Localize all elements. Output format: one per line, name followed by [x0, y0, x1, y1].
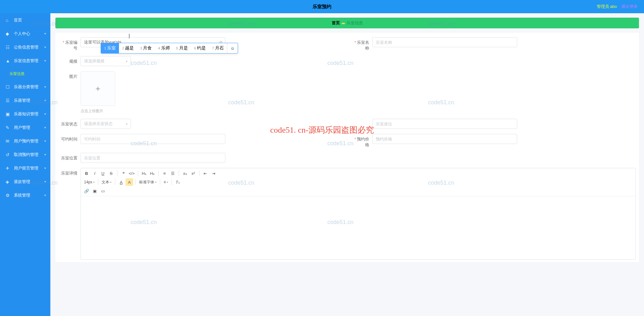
text-caret	[129, 34, 129, 38]
menu-icon: ↺	[6, 152, 11, 157]
underline-icon[interactable]: U	[99, 169, 107, 177]
separator	[98, 179, 98, 185]
align-dropdown[interactable]: ≡▾	[162, 180, 169, 184]
subscript-icon[interactable]: x₂	[181, 169, 189, 177]
menu-label: 乐器管理	[14, 98, 30, 103]
menu-icon: ☐	[6, 84, 11, 89]
ime-candidate[interactable]: 7月石	[209, 43, 227, 53]
main-content: 首页 ▸▸▸ 乐室信息 乐室编号 ⊗ 乐室名称	[50, 13, 644, 316]
sidebar-item[interactable]: ✎用户管理▾	[0, 121, 50, 134]
italic-icon[interactable]: I	[91, 169, 99, 177]
chevron-down-icon: ▾	[44, 180, 46, 183]
seats-input[interactable]	[372, 119, 517, 129]
bg-color-icon[interactable]: A	[126, 178, 133, 186]
cand-text: 月食	[143, 45, 152, 51]
sidebar-subitem[interactable]: 乐室信息	[0, 67, 50, 80]
cand-number: 3	[140, 46, 142, 50]
location-input[interactable]	[81, 153, 225, 163]
sidebar-item[interactable]: ⚙系统管理▾	[0, 188, 50, 202]
cand-number: 6	[194, 46, 196, 50]
time-input[interactable]	[81, 134, 225, 144]
font-size-dropdown[interactable]: 14px▾	[83, 180, 96, 184]
chevron-down-icon: ▾	[126, 122, 127, 126]
price-input[interactable]	[372, 134, 517, 144]
admin-label[interactable]: 管理员 abo	[597, 4, 617, 9]
chevron-down-icon: ▾	[126, 60, 127, 63]
unordered-list-icon[interactable]: ☰	[169, 169, 177, 177]
chevron-down-icon: ▾	[44, 45, 46, 49]
breadcrumb-home[interactable]: 首页	[332, 20, 340, 26]
ime-candidate[interactable]: 1乐室	[101, 43, 119, 53]
sidebar-item[interactable]: ◈退款管理▾	[0, 175, 50, 188]
room-name-label: 乐室名称	[350, 37, 372, 51]
menu-label: 个人中心	[14, 31, 30, 37]
room-name-input[interactable]	[372, 37, 517, 47]
superscript-icon[interactable]: x²	[189, 169, 197, 177]
upload-hint: 点击上传图片	[81, 108, 225, 114]
video-icon[interactable]: ▭	[99, 187, 107, 195]
breadcrumb: 首页 ▸▸▸ 乐室信息	[55, 18, 639, 28]
status-placeholder: 请选择乐室状态	[84, 121, 113, 127]
editor-content[interactable]	[81, 196, 636, 259]
sidebar-item[interactable]: ☐乐器分类管理▾	[0, 80, 50, 94]
sidebar-item[interactable]: ☷公告信息管理▾	[0, 40, 50, 54]
sidebar-item[interactable]: ▣乐器知识管理▾	[0, 107, 50, 121]
quote-icon[interactable]: ❝	[120, 169, 127, 177]
h2-icon[interactable]: H₂	[149, 169, 156, 177]
sidebar-item[interactable]: ◆个人中心▾	[0, 27, 50, 40]
location-label: 乐室位置	[59, 153, 81, 161]
menu-icon: ✎	[6, 125, 11, 130]
menu-icon: ◈	[6, 179, 11, 184]
bold-icon[interactable]: B	[83, 169, 90, 177]
cand-number: 5	[176, 46, 178, 50]
sidebar-item[interactable]: ✈用户留言管理▾	[0, 161, 50, 175]
cand-text: 约是	[197, 45, 206, 51]
sidebar-item[interactable]: ☰乐器管理▾	[0, 94, 50, 107]
font-family-dropdown[interactable]: 标准字体▾	[138, 180, 158, 185]
clear-format-icon[interactable]: Tₓ	[174, 178, 182, 186]
menu-icon: ▲	[6, 58, 11, 63]
ime-candidate[interactable]: 2越是	[119, 43, 137, 53]
ime-candidate[interactable]: 5月是	[173, 43, 191, 53]
separator	[179, 170, 179, 176]
h1-icon[interactable]: H₁	[140, 169, 148, 177]
chevron-down-icon: ▾	[44, 166, 46, 170]
ordered-list-icon[interactable]: ≡	[161, 169, 168, 177]
plus-icon: +	[95, 84, 100, 94]
cand-number: 2	[122, 46, 124, 50]
ime-candidate[interactable]: 4乐师	[155, 43, 173, 53]
font-type-dropdown[interactable]: 文本▾	[100, 180, 113, 185]
ime-emoji-button[interactable]: ☺	[227, 43, 238, 53]
menu-label: 取消预约管理	[14, 152, 38, 158]
menu-label: 用户管理	[14, 125, 30, 130]
ime-candidate[interactable]: 3月食	[137, 43, 155, 53]
sidebar-item[interactable]: ▲乐室信息管理▾	[0, 54, 50, 67]
cand-number: 1	[104, 46, 106, 50]
code-icon[interactable]: </>	[128, 169, 136, 177]
image-icon[interactable]: ▣	[91, 187, 99, 195]
ime-candidate[interactable]: 6约是	[191, 43, 209, 53]
indent-right-icon[interactable]: ⇥	[210, 169, 217, 177]
sidebar-item[interactable]: ✉用户预约管理▾	[0, 134, 50, 148]
scale-select[interactable]: 请选择规模 ▾	[81, 56, 131, 66]
image-upload[interactable]: +	[81, 71, 115, 106]
separator	[199, 170, 200, 176]
status-select[interactable]: 请选择乐室状态 ▾	[81, 119, 131, 129]
strike-icon[interactable]: S	[107, 169, 115, 177]
logout-link[interactable]: 退出登录	[621, 4, 638, 9]
separator	[135, 179, 136, 185]
editor-toolbar: B I U S ❝ </> H₁ H₂ ≡	[81, 168, 636, 196]
menu-icon: ▣	[6, 112, 11, 117]
cand-text: 乐师	[161, 45, 170, 51]
header-right: 管理员 abo 退出登录	[597, 4, 638, 9]
seats-label	[350, 119, 372, 121]
sidebar-item[interactable]: ⌂首页	[0, 13, 50, 27]
image-label: 图片	[59, 71, 81, 79]
scale-label: 规模	[59, 56, 81, 64]
breadcrumb-sep-icon: ▸▸▸	[342, 21, 345, 25]
chevron-down-icon: ▾	[44, 193, 46, 197]
sidebar-item[interactable]: ↺取消预约管理▾	[0, 148, 50, 161]
link-icon[interactable]: 🔗	[83, 187, 90, 195]
indent-left-icon[interactable]: ⇤	[202, 169, 209, 177]
font-color-icon[interactable]: A	[117, 178, 125, 186]
